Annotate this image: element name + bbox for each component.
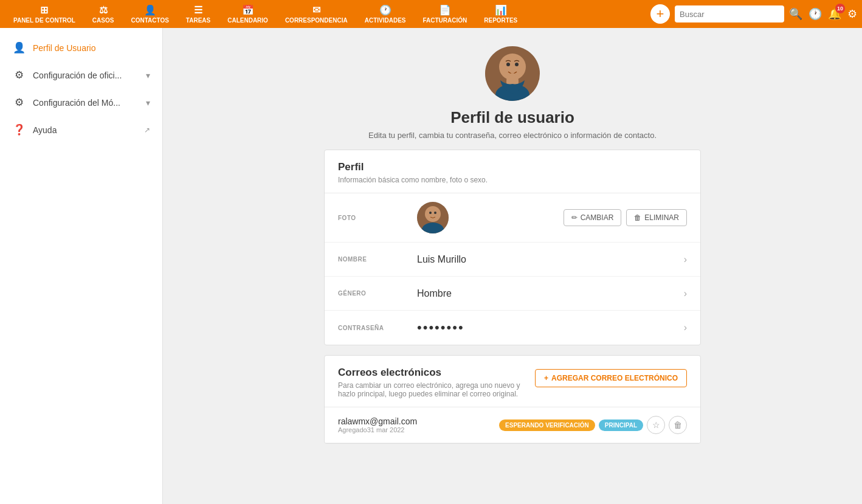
gear-icon-oficina: ⚙ xyxy=(12,69,26,81)
casos-icon: ⚖ xyxy=(99,4,108,16)
email-added-date: Agregado31 mar 2022 xyxy=(338,426,493,433)
chevron-down-icon-oficina: ▾ xyxy=(146,71,150,80)
nav-tareas[interactable]: ☰ TAREAS xyxy=(178,0,219,28)
email-added-text: Agregado xyxy=(338,426,367,433)
password-chevron-icon[interactable]: › xyxy=(684,322,687,333)
password-row[interactable]: CONTRASEÑA •••••••• › xyxy=(325,311,700,345)
top-navigation: ⊞ PANEL DE CONTROL ⚖ CASOS 👤 CONTACTOS ☰… xyxy=(0,0,862,28)
nav-reportes-label: REPORTES xyxy=(484,17,517,24)
nav-actividades[interactable]: 🕐 ACTIVIDADES xyxy=(356,0,415,28)
actividades-icon: 🕐 xyxy=(379,4,391,16)
trash-icon: 🗑 xyxy=(634,213,641,222)
sidebar-label-perfil: Perfil de Usuario xyxy=(33,43,150,53)
password-value: •••••••• xyxy=(417,320,684,336)
search-icon[interactable]: 🔍 xyxy=(789,7,802,21)
nav-tareas-label: TAREAS xyxy=(186,17,210,24)
sidebar-item-ayuda[interactable]: ❓ Ayuda ↗ xyxy=(0,116,162,143)
profile-card-title: Perfil xyxy=(338,161,687,173)
name-label: NOMBRE xyxy=(338,256,417,263)
nav-panel[interactable]: ⊞ PANEL DE CONTROL xyxy=(5,0,84,28)
svg-point-4 xyxy=(515,63,519,66)
svg-point-3 xyxy=(506,63,510,66)
notification-icon[interactable]: 🔔 10 xyxy=(828,7,841,21)
name-value: Luis Murillo xyxy=(417,254,684,265)
nav-contactos[interactable]: 👤 CONTACTOS xyxy=(122,0,177,28)
add-button[interactable]: + xyxy=(650,4,670,24)
sidebar-label-modulo: Configuración del Mó... xyxy=(33,98,139,108)
avatar-large xyxy=(485,46,540,101)
sidebar-item-perfil[interactable]: 👤 Perfil de Usuario xyxy=(0,34,162,61)
reportes-icon: 📊 xyxy=(495,4,507,16)
settings-icon[interactable]: ⚙ xyxy=(847,7,857,21)
search-box xyxy=(675,5,784,22)
name-row[interactable]: NOMBRE Luis Murillo › xyxy=(325,243,700,277)
email-address: ralawmx@gmail.com xyxy=(338,416,493,426)
external-link-icon: ↗ xyxy=(144,126,150,134)
star-icon[interactable]: ☆ xyxy=(647,416,665,434)
gender-chevron-icon[interactable]: › xyxy=(684,288,687,299)
notification-badge: 10 xyxy=(835,4,845,13)
nav-correspondencia-label: CORRESPONDENCIA xyxy=(285,17,348,24)
gender-value: Hombre xyxy=(417,288,684,299)
pencil-icon: ✏ xyxy=(571,213,578,222)
nav-contactos-label: CONTACTOS xyxy=(131,17,168,24)
email-row: ralawmx@gmail.com Agregado31 mar 2022 ES… xyxy=(325,407,700,443)
password-label: CONTRASEÑA xyxy=(338,325,417,331)
nav-reportes[interactable]: 📊 REPORTES xyxy=(475,0,526,28)
nav-actividades-label: ACTIVIDADES xyxy=(365,17,406,24)
main-content: Perfil de usuario Edita tu perfil, cambi… xyxy=(163,28,862,504)
contactos-icon: 👤 xyxy=(144,4,156,16)
nav-correspondencia[interactable]: ✉ CORRESPONDENCIA xyxy=(277,0,356,28)
profile-thumbnail xyxy=(417,202,449,233)
chevron-down-icon-modulo: ▾ xyxy=(146,98,150,108)
gender-label: GÉNERO xyxy=(338,290,417,297)
profile-card: Perfil Información básica como nombre, f… xyxy=(324,150,701,345)
sidebar-item-oficina[interactable]: ⚙ Configuración de ofici... ▾ xyxy=(0,61,162,89)
nav-casos[interactable]: ⚖ CASOS xyxy=(84,0,123,28)
topnav-actions: 🔍 🕐 🔔 10 ⚙ xyxy=(789,7,857,21)
delete-photo-label: ELIMINAR xyxy=(644,213,679,222)
email-card-header: Correos electrónicos Para cambiar un cor… xyxy=(325,356,700,407)
panel-icon: ⊞ xyxy=(40,4,48,16)
sidebar: 👤 Perfil de Usuario ⚙ Configuración de o… xyxy=(0,28,163,504)
nav-casos-label: CASOS xyxy=(92,17,114,24)
email-info: ralawmx@gmail.com Agregado31 mar 2022 xyxy=(338,416,493,433)
sidebar-label-ayuda: Ayuda xyxy=(33,125,137,135)
clock-icon[interactable]: 🕐 xyxy=(809,7,822,21)
svg-point-9 xyxy=(429,212,432,214)
search-input[interactable] xyxy=(680,10,779,19)
add-email-button[interactable]: + AGREGAR CORREO ELECTRÓNICO xyxy=(535,369,687,387)
name-chevron-icon[interactable]: › xyxy=(684,254,687,265)
page-title: Perfil de usuario xyxy=(450,108,574,127)
calendario-icon: 📅 xyxy=(242,4,254,16)
email-header-text: Correos electrónicos Para cambiar un cor… xyxy=(338,367,535,398)
change-photo-button[interactable]: ✏ CAMBIAR xyxy=(564,209,622,226)
delete-photo-button[interactable]: 🗑 ELIMINAR xyxy=(626,209,687,226)
gender-row[interactable]: GÉNERO Hombre › xyxy=(325,277,700,311)
photo-row: FOTO ✏ CAMBIAR xyxy=(325,193,700,243)
profile-header: Perfil de usuario Edita tu perfil, cambi… xyxy=(368,46,657,140)
svg-point-7 xyxy=(425,206,441,222)
nav-facturacion-label: FACTURACIÓN xyxy=(422,17,467,24)
nav-calendario-label: CALENDARIO xyxy=(227,17,268,24)
change-photo-label: CAMBIAR xyxy=(581,213,614,222)
email-card: Correos electrónicos Para cambiar un cor… xyxy=(324,355,701,444)
email-card-title: Correos electrónicos xyxy=(338,367,535,379)
photo-label: FOTO xyxy=(338,215,417,221)
page-subtitle: Edita tu perfil, cambia tu contraseña, c… xyxy=(368,131,657,140)
nav-facturacion[interactable]: 📄 FACTURACIÓN xyxy=(414,0,475,28)
email-date: 31 mar 2022 xyxy=(367,426,405,433)
profile-card-header: Perfil Información básica como nombre, f… xyxy=(325,150,700,193)
tareas-icon: ☰ xyxy=(194,4,202,16)
nav-calendario[interactable]: 📅 CALENDARIO xyxy=(219,0,277,28)
photo-actions: ✏ CAMBIAR 🗑 ELIMINAR xyxy=(564,209,687,226)
email-badges: ESPERANDO VERIFICACIÓN PRINCIPAL ☆ 🗑 xyxy=(499,416,687,434)
person-icon: 👤 xyxy=(12,41,26,54)
delete-email-icon[interactable]: 🗑 xyxy=(669,416,687,434)
correspondencia-icon: ✉ xyxy=(312,4,320,16)
sidebar-item-modulo[interactable]: ⚙ Configuración del Mó... ▾ xyxy=(0,89,162,116)
sidebar-label-oficina: Configuración de ofici... xyxy=(33,71,139,80)
gear-icon-modulo: ⚙ xyxy=(12,96,26,109)
page-layout: 👤 Perfil de Usuario ⚙ Configuración de o… xyxy=(0,28,862,504)
status-badge: ESPERANDO VERIFICACIÓN xyxy=(499,419,595,431)
